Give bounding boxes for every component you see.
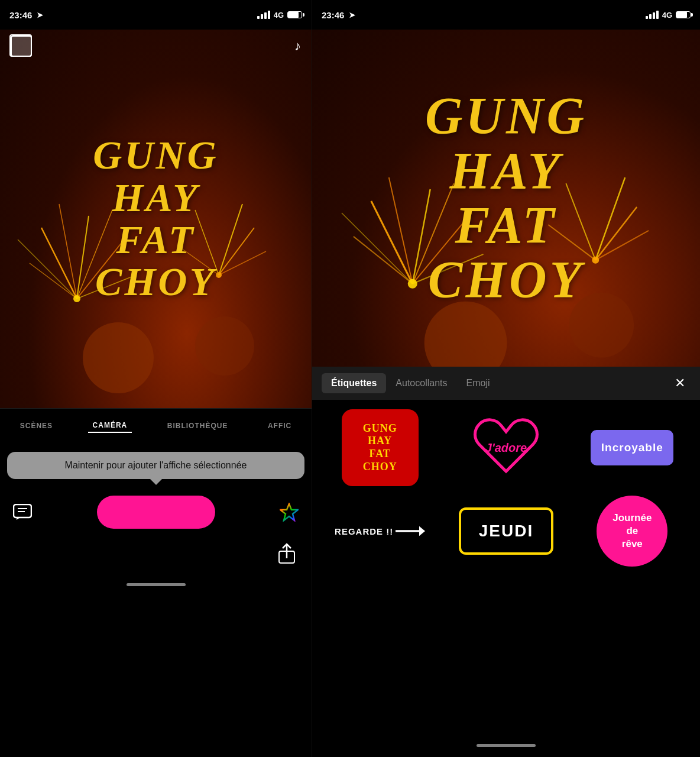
svg-marker-20 — [17, 517, 20, 520]
svg-marker-21 — [280, 504, 298, 520]
sticker-incroyable-container: Incroyable — [591, 430, 673, 465]
svg-line-1 — [77, 216, 89, 299]
svg-line-7 — [18, 240, 77, 299]
left-panel: 23:46 ➤ 4G ♪ — [0, 0, 312, 757]
right-panel: 23:46 ➤ 4G — [312, 0, 700, 757]
bottom-controls — [0, 484, 312, 535]
status-time-left: 23:46 ➤ — [9, 10, 43, 20]
share-button[interactable] — [274, 541, 300, 567]
signal-bar-3 — [264, 12, 267, 19]
chat-icon-button[interactable] — [9, 499, 35, 525]
gung-text-right: GUNGHAYFATCHOY — [425, 89, 587, 308]
share-icon — [278, 543, 296, 564]
nav-scenes[interactable]: SCÈNES — [15, 419, 57, 432]
svg-line-11 — [219, 251, 266, 275]
close-button[interactable]: ✕ — [669, 373, 691, 394]
svg-line-3 — [30, 263, 77, 299]
favorites-button[interactable] — [276, 499, 302, 525]
sticker-jeudi[interactable]: JEUDI — [448, 496, 564, 567]
fireworks-background-right: GUNGHAYFATCHOY — [312, 30, 700, 367]
status-icons-left: 4G — [257, 11, 302, 20]
battery-fill-right — [676, 12, 687, 18]
network-left: 4G — [274, 11, 284, 20]
star-icon — [280, 503, 299, 522]
tab-etiquettes[interactable]: Étiquettes — [322, 373, 386, 393]
signal-bar-4 — [268, 11, 270, 19]
signal-bar-r4 — [656, 11, 659, 19]
signal-bar-r1 — [646, 16, 648, 19]
gallery-icon[interactable] — [11, 35, 32, 57]
svg-line-0 — [41, 228, 77, 299]
top-controls-left: ♪ — [0, 30, 312, 62]
sticker-jadore-container: J'adore — [468, 409, 545, 486]
time-left: 23:46 — [9, 10, 32, 20]
signal-bars-right — [646, 11, 659, 19]
sticker-regarde[interactable]: REGARDE !! — [322, 496, 438, 567]
sticker-gung-container: GUNGHAYFATCHOY — [342, 409, 419, 486]
svg-line-13 — [219, 204, 242, 275]
svg-line-37 — [595, 177, 625, 260]
svg-line-27 — [354, 237, 413, 284]
time-right: 23:46 — [322, 10, 344, 20]
tab-autocollants[interactable]: Autocollants — [386, 373, 456, 393]
incroyable-text: Incroyable — [601, 441, 663, 454]
sticker-gung-text: GUNGHAYFATCHOY — [363, 422, 397, 473]
svg-point-32 — [408, 279, 417, 289]
svg-point-15 — [83, 322, 154, 393]
sticker-incroyable[interactable]: Incroyable — [574, 409, 691, 486]
svg-point-38 — [592, 257, 599, 264]
jadore-text: J'adore — [485, 441, 527, 455]
nav-camera[interactable]: CAMÉRA — [88, 419, 132, 433]
svg-point-39 — [424, 302, 507, 367]
sticker-journee[interactable]: Journéederêve — [574, 496, 691, 567]
location-icon-right: ➤ — [349, 11, 355, 20]
nav-library[interactable]: BIBLIOTHÈQUE — [163, 419, 233, 432]
bottom-nav: SCÈNES CAMÉRA BIBLIOTHÈQUE AFFIC — [0, 408, 312, 442]
signal-bar-r2 — [649, 14, 652, 19]
arrow-svg — [396, 522, 425, 540]
tooltip-text: Maintenir pour ajouter l'affiche sélecti… — [65, 460, 247, 470]
svg-line-29 — [389, 177, 413, 284]
svg-line-35 — [595, 231, 649, 260]
home-bar-right — [312, 733, 700, 757]
svg-line-31 — [342, 213, 413, 284]
signal-bar-r3 — [653, 12, 655, 19]
signal-bar-1 — [257, 16, 260, 19]
nav-affic[interactable]: AFFIC — [263, 419, 296, 432]
sticker-journee-container: Journéederêve — [597, 496, 667, 567]
svg-line-5 — [59, 204, 77, 299]
signal-bars-left — [257, 11, 270, 19]
home-bar-left — [0, 572, 312, 596]
tabs-row: Étiquettes Autocollants Emoji ✕ — [312, 367, 700, 400]
status-icons-right: 4G — [646, 11, 691, 20]
chat-icon — [13, 504, 32, 520]
music-icon[interactable]: ♪ — [294, 38, 301, 54]
svg-line-33 — [595, 207, 637, 260]
status-bar-right: 23:46 ➤ 4G — [312, 0, 700, 30]
svg-marker-42 — [419, 526, 425, 536]
sticker-jadore[interactable]: J'adore — [448, 409, 564, 486]
network-right: 4G — [662, 11, 672, 20]
jeudi-text: JEUDI — [479, 522, 533, 541]
sticker-jeudi-container: JEUDI — [459, 507, 553, 555]
record-button[interactable] — [97, 496, 215, 529]
stickers-grid: GUNGHAYFATCHOY J'adore Incroyable REGARD… — [312, 400, 700, 733]
svg-point-16 — [195, 316, 254, 376]
gung-text-left: GUNGHAYFATCHOY — [93, 134, 218, 303]
status-time-right: 23:46 ➤ — [322, 10, 355, 20]
home-indicator-right — [477, 744, 536, 747]
home-indicator-left — [127, 583, 186, 586]
svg-line-24 — [371, 201, 413, 284]
image-section-right: GUNGHAYFATCHOY — [312, 30, 700, 367]
sticker-gung-hay[interactable]: GUNGHAYFATCHOY — [322, 409, 438, 486]
battery-icon-left — [287, 11, 302, 18]
image-section-left: GUNGHAYFATCHOY — [0, 30, 312, 408]
signal-bar-2 — [261, 14, 263, 19]
tab-emoji[interactable]: Emoji — [457, 373, 500, 393]
battery-icon-right — [676, 11, 691, 18]
location-icon-left: ➤ — [37, 11, 43, 20]
svg-line-9 — [219, 228, 254, 275]
regarde-text: REGARDE !! — [335, 526, 393, 536]
bottom-actions — [0, 535, 312, 572]
tooltip-area: Maintenir pour ajouter l'affiche sélecti… — [0, 442, 312, 484]
